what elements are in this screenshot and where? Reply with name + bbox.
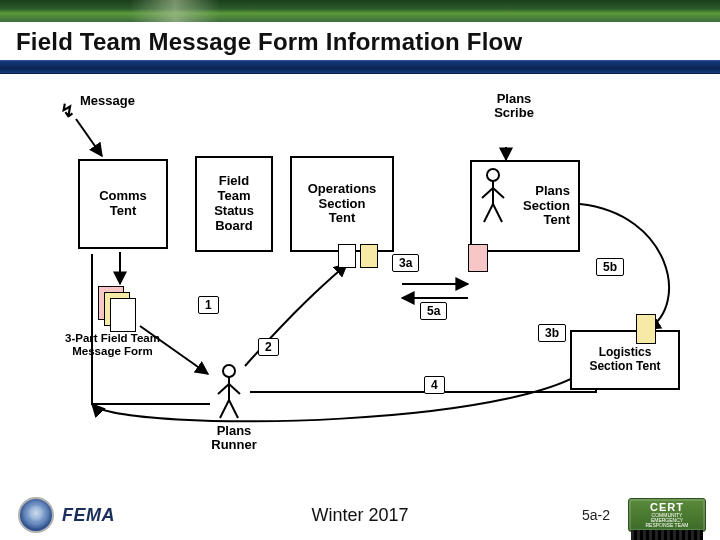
footer-term: Winter 2017 bbox=[311, 505, 408, 526]
cert-badge-silhouette bbox=[631, 530, 703, 540]
cert-badge: CERT COMMUNITY EMERGENCY RESPONSE TEAM bbox=[628, 498, 706, 532]
step-3b: 3b bbox=[538, 324, 566, 342]
ops-doc-yellow bbox=[360, 244, 378, 268]
dhs-seal-icon bbox=[18, 497, 54, 533]
ops-doc-white bbox=[338, 244, 356, 268]
cert-badge-sub: COMMUNITY EMERGENCY RESPONSE TEAM bbox=[631, 513, 703, 528]
plans-scribe-label: Plans Scribe bbox=[484, 92, 544, 121]
message-label: Message bbox=[80, 94, 135, 108]
diagram-canvas: Message ↯ Comms Tent Field Team Status B… bbox=[0, 74, 720, 474]
svg-line-11 bbox=[493, 204, 502, 222]
svg-line-10 bbox=[484, 204, 493, 222]
plans-scribe-icon bbox=[478, 166, 508, 226]
logistics-doc-yellow bbox=[636, 314, 656, 344]
step-4: 4 bbox=[424, 376, 445, 394]
box-label: Plans Section Tent bbox=[523, 184, 570, 229]
box-comms-tent: Comms Tent bbox=[78, 159, 168, 249]
box-label: Logistics Section Tent bbox=[589, 346, 660, 374]
step-1: 1 bbox=[198, 296, 219, 314]
box-operations-section-tent: Operations Section Tent bbox=[290, 156, 394, 252]
svg-line-8 bbox=[482, 188, 493, 198]
title-area: Field Team Message Form Information Flow bbox=[0, 22, 720, 56]
svg-point-12 bbox=[223, 365, 235, 377]
svg-line-0 bbox=[76, 119, 102, 156]
box-label: Field Team Status Board bbox=[214, 174, 254, 234]
message-icon: ↯ bbox=[60, 102, 75, 122]
fema-logo: FEMA bbox=[62, 505, 115, 526]
step-5b: 5b bbox=[596, 258, 624, 276]
step-2: 2 bbox=[258, 338, 279, 356]
plans-runner-icon bbox=[214, 362, 244, 422]
page-number: 5a-2 bbox=[582, 507, 610, 523]
box-field-team-status-board: Field Team Status Board bbox=[195, 156, 273, 252]
svg-line-14 bbox=[218, 384, 229, 394]
svg-line-15 bbox=[229, 384, 240, 394]
three-part-form-label: 3-Part Field Team Message Form bbox=[60, 332, 165, 357]
footer: FEMA Winter 2017 5a-2 CERT COMMUNITY EME… bbox=[0, 490, 720, 540]
box-label: Comms Tent bbox=[99, 189, 147, 219]
slide-title: Field Team Message Form Information Flow bbox=[16, 28, 704, 56]
title-underline bbox=[0, 60, 720, 74]
plans-runner-label: Plans Runner bbox=[204, 424, 264, 453]
box-logistics-section-tent: Logistics Section Tent bbox=[570, 330, 680, 390]
step-5a: 5a bbox=[420, 302, 447, 320]
svg-line-17 bbox=[229, 400, 238, 418]
plans-doc-pink bbox=[468, 244, 488, 272]
decorative-top-bar bbox=[0, 0, 720, 22]
svg-line-16 bbox=[220, 400, 229, 418]
svg-point-6 bbox=[487, 169, 499, 181]
svg-line-9 bbox=[493, 188, 504, 198]
step-3a: 3a bbox=[392, 254, 419, 272]
box-label: Operations Section Tent bbox=[308, 182, 377, 227]
footer-left: FEMA bbox=[18, 497, 115, 533]
